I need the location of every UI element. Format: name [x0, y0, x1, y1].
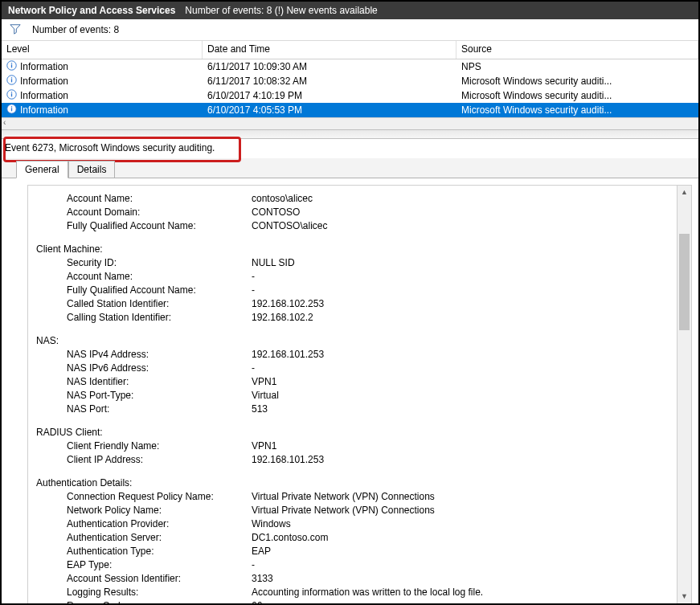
- svg-rect-5: [11, 77, 12, 78]
- crpn-value: Virtual Private Network (VPN) Connection…: [252, 490, 435, 504]
- npn-label: Network Policy Name:: [67, 504, 252, 517]
- svg-rect-7: [11, 93, 12, 96]
- auth-server-label: Authentication Server:: [67, 531, 252, 545]
- table-row[interactable]: Information6/10/2017 4:05:53 PMMicrosoft…: [2, 103, 698, 117]
- nas-ident-label: NAS Identifier:: [67, 375, 252, 389]
- information-icon: [6, 104, 17, 117]
- auth-header: Authentication Details:: [36, 476, 669, 490]
- date-text: 6/11/2017 10:08:32 AM: [203, 76, 456, 87]
- logging-value: Accounting information was written to th…: [252, 586, 483, 599]
- eap-type-value: -: [252, 558, 255, 572]
- date-text: 6/10/2017 4:10:19 PM: [203, 90, 456, 101]
- auth-provider-value: Windows: [252, 517, 291, 531]
- table-row[interactable]: Information6/10/2017 4:10:19 PMMicrosoft…: [2, 88, 698, 103]
- source-text: Microsoft Windows security auditi...: [456, 90, 698, 101]
- horizontal-scrollbar[interactable]: ‹: [2, 117, 698, 129]
- cm-account-name-value: -: [252, 270, 255, 284]
- fqan-label: Fully Qualified Account Name:: [67, 219, 252, 233]
- tab-strip: General Details: [2, 158, 698, 178]
- radius-header: RADIUS Client:: [36, 426, 669, 439]
- nas-ipv4-label: NAS IPv4 Address:: [67, 348, 252, 362]
- information-icon: [6, 60, 17, 73]
- event-viewer-window: Network Policy and Access Services Numbe…: [0, 0, 700, 605]
- col-level[interactable]: Level: [2, 41, 203, 59]
- date-text: 6/11/2017 10:09:30 AM: [203, 61, 456, 72]
- session-id-label: Account Session Identifier:: [67, 572, 252, 586]
- logging-label: Logging Results:: [67, 586, 252, 599]
- source-text: NPS: [456, 61, 698, 72]
- nas-port-type-value: Virtual: [252, 389, 279, 403]
- svg-rect-10: [11, 108, 12, 111]
- svg-rect-1: [11, 64, 12, 67]
- security-id-label: Security ID:: [67, 256, 252, 270]
- event-title-text: Event 6273, Microsoft Windows security a…: [5, 142, 215, 153]
- svg-rect-8: [11, 92, 12, 92]
- col-date[interactable]: Date and Time: [203, 41, 456, 59]
- event-title-bar: Event 6273, Microsoft Windows security a…: [2, 139, 698, 158]
- nas-port-label: NAS Port:: [67, 403, 252, 416]
- crpn-label: Connection Request Policy Name:: [67, 490, 252, 504]
- date-text: 6/10/2017 4:05:53 PM: [203, 104, 456, 116]
- npn-value: Virtual Private Network (VPN) Connection…: [252, 504, 435, 517]
- client-friendly-value: VPN1: [252, 439, 276, 453]
- security-id-value: NULL SID: [252, 256, 295, 270]
- account-domain-label: Account Domain:: [67, 206, 252, 219]
- table-row[interactable]: Information6/11/2017 10:08:32 AMMicrosof…: [2, 74, 698, 88]
- filter-label: Number of events: 8: [32, 24, 119, 35]
- svg-rect-4: [11, 79, 12, 82]
- table-row[interactable]: Information6/11/2017 10:09:30 AMNPS: [2, 59, 698, 74]
- cm-fqan-value: -: [252, 284, 255, 297]
- cm-fqan-label: Fully Qualified Account Name:: [67, 284, 252, 297]
- client-ip-label: Client IP Address:: [67, 453, 252, 467]
- nas-ipv6-label: NAS IPv6 Address:: [67, 362, 252, 375]
- scroll-down-icon[interactable]: ▼: [677, 590, 691, 603]
- vertical-scrollbar[interactable]: ▲ ▼: [677, 185, 692, 603]
- nas-ipv6-value: -: [252, 362, 255, 375]
- nas-ident-value: VPN1: [252, 375, 276, 389]
- level-text: Information: [20, 90, 68, 101]
- nas-header: NAS:: [36, 334, 669, 348]
- cm-account-name-label: Account Name:: [67, 270, 252, 284]
- nas-port-value: 513: [252, 403, 268, 416]
- called-station-label: Called Station Identifier:: [67, 297, 252, 311]
- called-station-value: 192.168.102.253: [252, 297, 324, 311]
- calling-station-label: Calling Station Identifier:: [67, 311, 252, 325]
- auth-server-value: DC1.contoso.com: [252, 531, 328, 545]
- event-grid[interactable]: Information6/11/2017 10:09:30 AMNPSInfor…: [2, 59, 698, 117]
- nas-port-type-label: NAS Port-Type:: [67, 389, 252, 403]
- session-id-value: 3133: [252, 572, 273, 586]
- client-ip-value: 192.168.101.253: [252, 453, 324, 467]
- auth-type-value: EAP: [252, 545, 271, 558]
- eap-type-label: EAP Type:: [67, 558, 252, 572]
- client-machine-header: Client Machine:: [36, 243, 669, 256]
- account-name-value: contoso\alicec: [252, 192, 313, 206]
- title-bar: Network Policy and Access Services Numbe…: [2, 2, 698, 19]
- svg-rect-2: [11, 63, 12, 63]
- scroll-up-icon[interactable]: ▲: [677, 186, 691, 199]
- filter-icon[interactable]: [10, 23, 21, 37]
- col-source[interactable]: Source: [456, 41, 698, 59]
- details-container: Account Name:contoso\alicec Account Doma…: [2, 178, 698, 603]
- nas-ipv4-value: 192.168.101.253: [252, 348, 324, 362]
- calling-station-value: 192.168.102.2: [252, 311, 313, 325]
- tab-details[interactable]: Details: [68, 161, 116, 178]
- auth-provider-label: Authentication Provider:: [67, 517, 252, 531]
- scroll-thumb[interactable]: [679, 234, 690, 330]
- grid-header: Level Date and Time Source: [2, 41, 698, 59]
- account-domain-value: CONTOSO: [252, 206, 300, 219]
- splitter[interactable]: [2, 129, 698, 139]
- reason-code-value: 66: [252, 599, 262, 603]
- level-text: Information: [20, 104, 68, 116]
- filter-bar: Number of events: 8: [2, 19, 698, 41]
- account-name-label: Account Name:: [67, 192, 252, 206]
- tab-general[interactable]: General: [16, 161, 68, 178]
- level-text: Information: [20, 61, 68, 72]
- app-title: Network Policy and Access Services: [8, 5, 175, 16]
- auth-type-label: Authentication Type:: [67, 545, 252, 558]
- source-text: Microsoft Windows security auditi...: [456, 104, 698, 116]
- details-panel[interactable]: Account Name:contoso\alicec Account Doma…: [27, 185, 677, 603]
- client-friendly-label: Client Friendly Name:: [67, 439, 252, 453]
- information-icon: [6, 89, 17, 102]
- level-text: Information: [20, 76, 68, 87]
- events-status: Number of events: 8 (!) New events avail…: [185, 5, 377, 16]
